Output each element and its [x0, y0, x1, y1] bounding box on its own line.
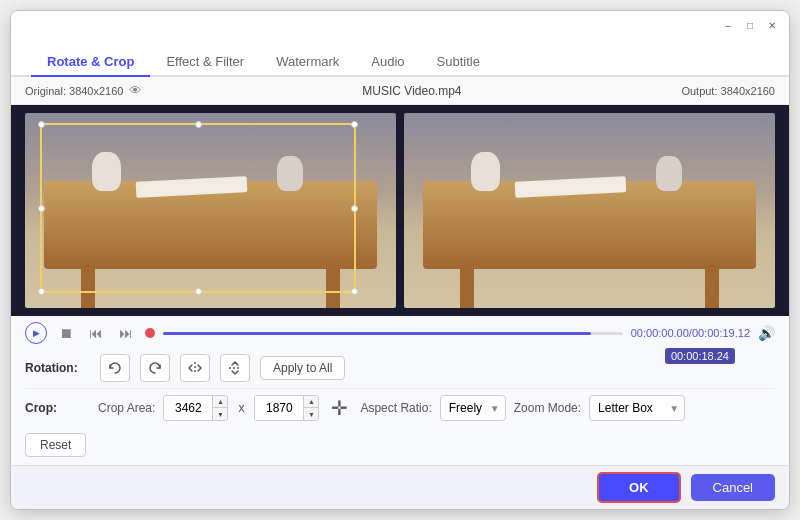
title-bar: – □ ✕ — [11, 11, 789, 39]
table-leg-right-r — [705, 265, 720, 308]
info-bar: Original: 3840x2160 👁 MUSIC Video.mp4 Ou… — [11, 77, 789, 105]
rotate-left-button[interactable] — [100, 354, 130, 382]
table-surface-right — [423, 181, 757, 269]
crop-area-label: Crop Area: — [98, 401, 155, 415]
footer: OK Cancel — [11, 465, 789, 509]
crop-width-steppers: ▲ ▼ — [212, 396, 227, 420]
time-display: 00:00:00.00/00:00:19.12 — [631, 327, 750, 339]
maximize-button[interactable]: □ — [743, 18, 757, 32]
tab-audio[interactable]: Audio — [355, 48, 420, 77]
progress-track[interactable] — [163, 332, 623, 335]
progress-fill — [163, 332, 591, 335]
preview-panel-right — [404, 113, 775, 308]
flip-vertical-button[interactable] — [220, 354, 250, 382]
time-tooltip: 00:00:18.24 — [665, 348, 735, 364]
eye-icon[interactable]: 👁 — [129, 83, 142, 98]
stop-button[interactable]: ⏹ — [55, 322, 77, 344]
crop-handle-bm[interactable] — [195, 288, 202, 295]
crop-handle-bl[interactable] — [38, 288, 45, 295]
crop-height-input-group: ▲ ▼ — [254, 395, 319, 421]
table-leg-left-r — [460, 265, 475, 308]
aspect-ratio-select[interactable]: Freely 16:9 4:3 1:1 9:16 — [440, 395, 506, 421]
aspect-ratio-label: Aspect Ratio: — [360, 401, 431, 415]
crop-crosshair-icon[interactable]: ✛ — [331, 396, 348, 420]
crop-handle-rm[interactable] — [351, 205, 358, 212]
tab-watermark[interactable]: Watermark — [260, 48, 355, 77]
flip-horizontal-button[interactable] — [180, 354, 210, 382]
output-resolution: Output: 3840x2160 — [681, 85, 775, 97]
main-window: – □ ✕ Rotate & Crop Effect & Filter Wate… — [10, 10, 790, 510]
volume-icon[interactable]: 🔊 — [758, 325, 775, 341]
rotate-right-button[interactable] — [140, 354, 170, 382]
crop-overlay[interactable] — [40, 123, 356, 293]
rotation-label: Rotation: — [25, 361, 90, 375]
reset-button[interactable]: Reset — [25, 433, 86, 457]
window-controls: – □ ✕ — [721, 18, 779, 32]
minimize-button[interactable]: – — [721, 18, 735, 32]
crop-handle-lm[interactable] — [38, 205, 45, 212]
crop-width-input[interactable] — [164, 396, 212, 420]
crop-handle-tr[interactable] — [351, 121, 358, 128]
apply-to-all-button[interactable]: Apply to All — [260, 356, 345, 380]
tab-bar: Rotate & Crop Effect & Filter Watermark … — [11, 39, 789, 77]
crop-handle-br[interactable] — [351, 288, 358, 295]
aspect-ratio-select-wrap: Freely 16:9 4:3 1:1 9:16 ▼ — [440, 395, 506, 421]
close-button[interactable]: ✕ — [765, 18, 779, 32]
scene-right — [404, 113, 775, 308]
original-resolution: Original: 3840x2160 — [25, 85, 123, 97]
controls-area: ▶ ⏹ ⏮ ⏭ 00:00:00.00/00:00:19.12 🔊 00:00:… — [11, 316, 789, 465]
crop-width-up[interactable]: ▲ — [213, 396, 227, 408]
zoom-mode-select[interactable]: Letter Box Pan & Scan Full — [589, 395, 685, 421]
prev-frame-button[interactable]: ⏮ — [85, 322, 107, 344]
vase-2-right — [656, 156, 682, 191]
zoom-mode-label: Zoom Mode: — [514, 401, 581, 415]
rotation-row: Rotation: — [25, 348, 775, 389]
crop-handle-tm[interactable] — [195, 121, 202, 128]
reset-row: Reset — [25, 427, 775, 465]
crop-height-steppers: ▲ ▼ — [303, 396, 318, 420]
filename: MUSIC Video.mp4 — [362, 84, 461, 98]
ok-button[interactable]: OK — [597, 472, 681, 503]
tab-rotate-crop[interactable]: Rotate & Crop — [31, 48, 150, 77]
tab-effect-filter[interactable]: Effect & Filter — [150, 48, 260, 77]
x-separator: x — [238, 401, 244, 415]
zoom-mode-select-wrap: Letter Box Pan & Scan Full ▼ — [589, 395, 685, 421]
cancel-button[interactable]: Cancel — [691, 474, 775, 501]
play-button[interactable]: ▶ — [25, 322, 47, 344]
crop-height-down[interactable]: ▼ — [304, 408, 318, 420]
preview-area — [11, 105, 789, 316]
crop-label: Crop: — [25, 401, 90, 415]
next-frame-button[interactable]: ⏭ — [115, 322, 137, 344]
crop-handle-tl[interactable] — [38, 121, 45, 128]
vase-right — [471, 152, 501, 191]
tab-subtitle[interactable]: Subtitle — [421, 48, 496, 77]
info-right: Output: 3840x2160 — [681, 85, 775, 97]
preview-panel-left — [25, 113, 396, 308]
crop-height-up[interactable]: ▲ — [304, 396, 318, 408]
crop-width-input-group: ▲ ▼ — [163, 395, 228, 421]
record-indicator — [145, 328, 155, 338]
info-left: Original: 3840x2160 👁 — [25, 83, 142, 98]
crop-row: Crop: Crop Area: ▲ ▼ x ▲ ▼ ✛ Aspect Rati… — [25, 389, 775, 427]
crop-height-input[interactable] — [255, 396, 303, 420]
crop-width-down[interactable]: ▼ — [213, 408, 227, 420]
playback-bar: ▶ ⏹ ⏮ ⏭ 00:00:00.00/00:00:19.12 🔊 00:00:… — [25, 322, 775, 344]
